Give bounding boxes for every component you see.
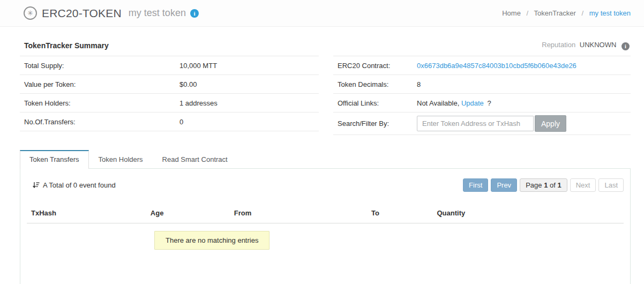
- row-official-links: Official Links: Not Available, Update ?: [333, 94, 631, 113]
- header-quantity: Quantity: [433, 204, 624, 223]
- reputation-badge: Reputation UNKNOWN i: [542, 41, 630, 50]
- header-bar: ✳ ERC20-TOKEN my test token i Home / Tok…: [0, 0, 644, 27]
- page-title: ERC20-TOKEN: [42, 7, 122, 20]
- next-page-button[interactable]: Next: [570, 178, 596, 192]
- tab-token-holders[interactable]: Token Holders: [89, 150, 153, 169]
- empty-results-message: There are no matching entries: [154, 231, 269, 250]
- sort-amount-icon: [32, 182, 40, 189]
- token-logo-icon: ✳: [24, 6, 37, 20]
- official-links-label: Official Links:: [338, 99, 417, 107]
- token-holders-label: Token Holders:: [24, 99, 179, 107]
- breadcrumb: Home / TokenTracker / my test token: [502, 9, 631, 17]
- total-supply-value: 10,000 MTT: [179, 62, 217, 70]
- prev-page-button[interactable]: Prev: [491, 178, 517, 192]
- pagination: First Prev Page 1 of 1 Next Last: [460, 178, 624, 192]
- row-search-filter: Search/Filter By: Apply: [333, 113, 631, 135]
- header-txhash: TxHash: [27, 204, 146, 223]
- total-supply-label: Total Supply:: [24, 62, 179, 70]
- tab-bar: Token Transfers Token Holders Read Smart…: [20, 150, 631, 168]
- breadcrumb-separator: /: [527, 9, 529, 17]
- contract-address-link[interactable]: 0x6673db6a9e4857c84003b10cbd5f6b060e43de…: [417, 62, 576, 70]
- transfers-table-header-row: TxHash Age From To Quantity: [27, 204, 624, 223]
- row-decimals: Token Decimals: 8: [333, 75, 631, 94]
- header-age: Age: [146, 204, 230, 223]
- contract-label: ERC20 Contract:: [338, 62, 417, 70]
- decimals-value: 8: [417, 80, 421, 88]
- row-value-per-token: Value per Token: $0.00: [20, 75, 319, 94]
- summary-title: TokenTracker Summary: [24, 41, 109, 50]
- summary-right-table: ERC20 Contract: 0x6673db6a9e4857c84003b1…: [333, 56, 631, 135]
- token-info-icon[interactable]: i: [190, 9, 199, 18]
- page-indicator: Page 1 of 1: [520, 178, 567, 192]
- last-page-button[interactable]: Last: [598, 178, 624, 192]
- official-links-value: Not Available,: [417, 99, 459, 107]
- decimals-label: Token Decimals:: [338, 80, 417, 88]
- apply-button[interactable]: Apply: [535, 115, 566, 132]
- value-per-token-value: $0.00: [179, 80, 197, 88]
- tab-token-transfers[interactable]: Token Transfers: [20, 150, 89, 169]
- reputation-info-icon[interactable]: i: [621, 42, 630, 50]
- total-events-text: A Total of 0 event found: [43, 181, 116, 189]
- search-input[interactable]: [417, 116, 534, 131]
- summary-left-table: Total Supply: 10,000 MTT Value per Token…: [20, 56, 319, 135]
- row-token-holders: Token Holders: 1 addresses: [20, 94, 319, 113]
- main-content: TokenTracker Summary Reputation UNKNOWN …: [0, 41, 644, 284]
- breadcrumb-home[interactable]: Home: [502, 9, 521, 17]
- token-transfers-panel: A Total of 0 event found First Prev Page…: [20, 168, 631, 284]
- row-contract: ERC20 Contract: 0x6673db6a9e4857c84003b1…: [333, 56, 631, 75]
- transfers-count-label: No.Of.Transfers:: [24, 118, 179, 126]
- row-total-supply: Total Supply: 10,000 MTT: [20, 56, 319, 75]
- header-from: From: [230, 204, 367, 223]
- transfers-count-value: 0: [179, 118, 183, 126]
- tab-read-smart-contract[interactable]: Read Smart Contract: [153, 150, 237, 169]
- token-title-group: ✳ ERC20-TOKEN my test token i: [24, 6, 199, 20]
- breadcrumb-current: my test token: [589, 9, 631, 17]
- transfers-table: TxHash Age From To Quantity: [27, 204, 624, 223]
- header-to: To: [367, 204, 433, 223]
- question-mark: ?: [487, 99, 491, 107]
- breadcrumb-tokentracker[interactable]: TokenTracker: [534, 9, 576, 17]
- value-per-token-label: Value per Token:: [24, 80, 179, 88]
- token-holders-value: 1 addresses: [179, 99, 218, 107]
- reputation-value: UNKNOWN: [580, 41, 617, 49]
- row-transfers-count: No.Of.Transfers: 0: [20, 113, 319, 131]
- reputation-label: Reputation: [542, 41, 575, 49]
- token-name-subtitle: my test token: [129, 8, 186, 19]
- breadcrumb-separator: /: [581, 9, 583, 17]
- total-pages-number: 1: [557, 181, 561, 189]
- current-page-number: 1: [544, 181, 548, 189]
- first-page-button[interactable]: First: [463, 178, 488, 192]
- update-link[interactable]: Update: [461, 99, 484, 107]
- search-filter-label: Search/Filter By:: [338, 119, 417, 128]
